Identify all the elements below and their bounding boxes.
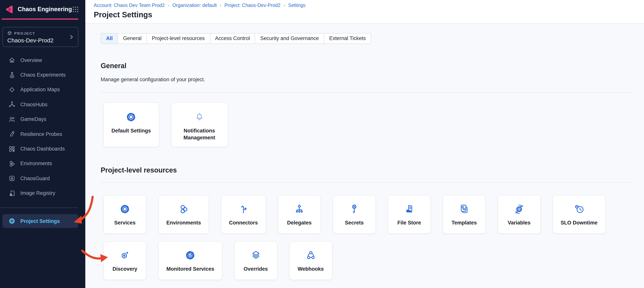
settings-filter-tabs: All General Project-level resources Acce…: [101, 33, 371, 44]
sidebar-nav: Overview Chaos Experiments Application M…: [0, 53, 85, 201]
card-slo-downtime[interactable]: SLO Downtime: [552, 195, 606, 234]
layers-icon: [250, 249, 262, 261]
card-label: File Store: [398, 219, 421, 226]
card-label: Notifications Management: [179, 127, 220, 141]
chevron-right-icon: [69, 34, 74, 40]
sidebar-item-label: Application Maps: [20, 87, 60, 93]
card-notifications-management[interactable]: Notifications Management: [171, 102, 228, 147]
card-label: Variables: [508, 219, 531, 226]
resource-cards-row-1: Services Environments: [103, 195, 630, 234]
breadcrumb-settings[interactable]: Settings: [288, 3, 306, 8]
hexagons-icon: [178, 203, 190, 215]
sidebar-item-resilience-probes[interactable]: Resilience Probes: [0, 127, 85, 141]
breadcrumb: Account: Chaos Dev Team Prod2 › Organiza…: [94, 3, 644, 8]
section-heading-resources: Project-level resources: [101, 166, 630, 174]
card-label: Discovery: [112, 266, 137, 272]
sidebar-item-application-maps[interactable]: Application Maps: [0, 82, 85, 97]
tab-access-control[interactable]: Access Control: [210, 34, 255, 44]
card-label: Default Settings: [112, 127, 151, 134]
card-label: Services: [114, 219, 136, 226]
chevron-separator-icon: ›: [284, 3, 285, 8]
app-header: Chaos Engineering: [0, 0, 85, 19]
home-icon: [8, 57, 15, 64]
breadcrumb-project[interactable]: Project: Chaos-Dev-Prod2: [224, 3, 280, 8]
card-secrets[interactable]: Secrets: [333, 195, 376, 234]
card-label: Connectors: [229, 219, 258, 226]
card-monitored-services[interactable]: Monitored Services: [158, 241, 222, 280]
sidebar-item-chaos-dashboards[interactable]: Chaos Dashboards: [0, 141, 85, 156]
sidebar-item-label: Image Registry: [20, 190, 55, 196]
sidebar-item-label: ChaosHubs: [20, 102, 48, 107]
sidebar-item-gamedays[interactable]: GameDays: [0, 112, 85, 127]
sidebar-item-project-settings[interactable]: Project Settings: [2, 214, 78, 228]
flask-icon: [8, 71, 15, 78]
project-selector-label: PROJECT: [14, 31, 35, 35]
project-selector[interactable]: PROJECT Chaos-Dev-Prod2: [2, 27, 78, 47]
target-icon: [8, 86, 15, 93]
sidebar-item-environments[interactable]: Environments: [0, 156, 85, 171]
registry-doc-icon: [8, 190, 15, 197]
general-cards-row: Default Settings Notifications Managemen…: [103, 102, 630, 147]
tab-project-level-resources[interactable]: Project-level resources: [146, 34, 210, 44]
card-label: Templates: [452, 219, 477, 226]
page-header: Account: Chaos Dev Team Prod2 › Organiza…: [85, 0, 644, 24]
section-divider: [101, 182, 630, 183]
gear-check-icon: [185, 249, 196, 261]
sidebar-item-chaos-experiments[interactable]: Chaos Experiments: [0, 68, 85, 82]
card-file-store[interactable]: File Store: [388, 195, 431, 234]
gear-icon: [8, 218, 15, 224]
templates-icon: [458, 203, 470, 215]
people-icon: [8, 116, 15, 123]
card-webhooks[interactable]: Webhooks: [289, 241, 332, 280]
card-discovery[interactable]: Discovery: [103, 241, 146, 280]
gear-sync-icon: [513, 203, 525, 215]
sidebar-item-label: Resilience Probes: [20, 131, 62, 137]
card-connectors[interactable]: Connectors: [221, 195, 266, 234]
sidebar-item-overview[interactable]: Overview: [0, 53, 85, 68]
card-label: Webhooks: [298, 266, 324, 272]
harness-logo-icon: [4, 5, 14, 14]
section-heading-general: General: [101, 62, 630, 70]
breadcrumb-account[interactable]: Account: Chaos Dev Team Prod2: [94, 3, 165, 8]
card-label: Environments: [166, 219, 201, 226]
app-title: Chaos Engineering: [18, 6, 72, 13]
card-variables[interactable]: Variables: [498, 195, 541, 234]
tab-all[interactable]: All: [101, 34, 118, 44]
card-delegates[interactable]: Delegates: [278, 195, 321, 234]
brand-accent-divider: [2, 19, 78, 20]
tab-general[interactable]: General: [118, 34, 146, 44]
breadcrumb-organization[interactable]: Organization: default: [172, 3, 217, 8]
section-divider: [101, 92, 630, 93]
card-environments[interactable]: Environments: [158, 195, 209, 234]
app-grid-icon[interactable]: [72, 6, 79, 13]
card-label: Delegates: [287, 219, 312, 226]
card-overrides[interactable]: Overrides: [234, 241, 277, 280]
network-icon: [8, 101, 15, 108]
sidebar: Chaos Engineering PROJECT Chaos-Dev-Prod…: [0, 0, 85, 288]
tab-external-tickets[interactable]: External Tickets: [324, 34, 371, 44]
card-services[interactable]: Services: [103, 195, 146, 234]
main-content: Account: Chaos Dev Team Prod2 › Organiza…: [85, 0, 644, 288]
sidebar-item-label: GameDays: [20, 116, 46, 122]
file-tray-icon: [404, 203, 415, 215]
section-description-general: Manage general configuration of your pro…: [101, 77, 630, 82]
sidebar-item-chaoshubs[interactable]: ChaosHubs: [0, 97, 85, 112]
sidebar-divider: [0, 208, 78, 208]
sidebar-item-chaosguard[interactable]: ChaosGuard: [0, 171, 85, 186]
key-icon: [348, 203, 360, 215]
card-label: Overrides: [244, 266, 268, 272]
sidebar-item-image-registry[interactable]: Image Registry: [0, 186, 85, 201]
card-label: Monitored Services: [166, 266, 214, 272]
card-label: Secrets: [345, 219, 364, 226]
tab-security-and-governance[interactable]: Security and Governance: [255, 34, 324, 44]
sidebar-item-label: Project Settings: [20, 218, 60, 224]
page-title: Project Settings: [94, 11, 644, 19]
card-templates[interactable]: Templates: [443, 195, 486, 234]
card-default-settings[interactable]: Default Settings: [103, 102, 159, 147]
chevron-separator-icon: ›: [168, 3, 169, 8]
sidebar-item-label: Environments: [20, 161, 52, 167]
project-selector-name: Chaos-Dev-Prod2: [7, 37, 74, 44]
sidebar-item-label: Chaos Experiments: [20, 72, 66, 78]
sidebar-item-label: Chaos Dashboards: [20, 146, 65, 152]
clock-pin-icon: [573, 203, 585, 215]
